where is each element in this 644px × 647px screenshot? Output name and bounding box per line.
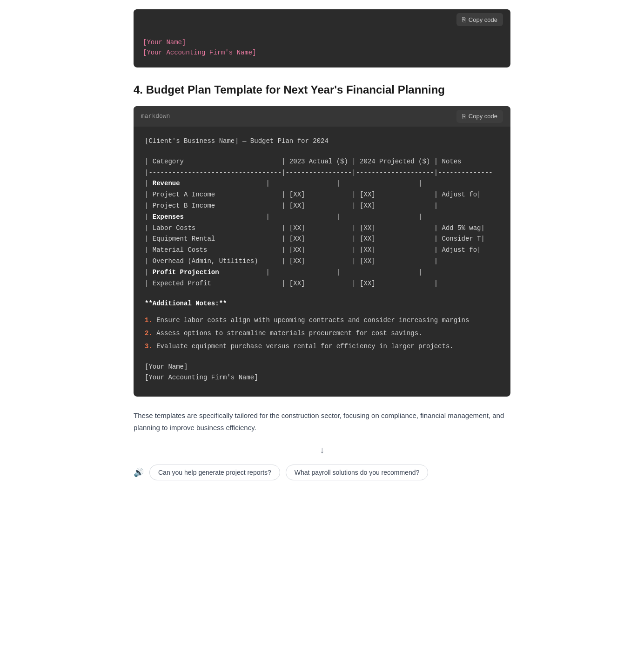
md-title: [Client's Business Name] — Budget Plan f…	[145, 136, 499, 147]
markdown-content: [Client's Business Name] — Budget Plan f…	[134, 127, 510, 397]
md-table-row-3: | Project B Income | [XX] | [XX] |	[145, 202, 438, 209]
top-line-2: [Your Accounting Firm's Name]	[143, 49, 256, 56]
md-sig-line-2: [Your Accounting Firm's Name]	[145, 374, 258, 381]
md-note-3: 3. Evaluate equipment purchase versus re…	[145, 341, 499, 352]
copy-icon: ⎘	[462, 16, 466, 23]
md-table-row-7: | Material Costs | [XX] | [XX] | Adjust …	[145, 246, 481, 254]
top-copy-label: Copy code	[469, 16, 497, 23]
md-table-row-1: | Revenue | | |	[145, 180, 423, 187]
top-code-block-header: ⎘ Copy code	[134, 9, 510, 30]
markdown-block-header: markdown ⎘ Copy code	[134, 106, 510, 127]
suggestions-row: 🔊 Can you help generate project reports?…	[134, 465, 510, 480]
suggestion-button-1[interactable]: Can you help generate project reports?	[149, 465, 280, 480]
md-table-row-9: | Profit Projection | | |	[145, 269, 423, 276]
md-table-row-5: | Labor Costs | [XX] | [XX] | Add 5% wag…	[145, 224, 485, 232]
md-note-1-num: 1.	[145, 317, 153, 324]
scroll-down-icon: ↓	[320, 445, 324, 455]
markdown-copy-label: Copy code	[469, 113, 497, 120]
md-note-3-text: Evaluate equipment purchase versus renta…	[156, 343, 454, 350]
markdown-copy-icon: ⎘	[462, 113, 466, 120]
md-notes-heading: **Additional Notes:**	[145, 300, 227, 307]
suggestion-button-2[interactable]: What payroll solutions do you recommend?	[286, 465, 428, 480]
md-signature: [Your Name] [Your Accounting Firm's Name…	[145, 362, 499, 384]
top-code-content: [Your Name] [Your Accounting Firm's Name…	[134, 30, 510, 67]
section-heading: 4. Budget Plan Template for Next Year's …	[134, 82, 510, 97]
md-note-2-text: Assess options to streamline materials p…	[156, 330, 422, 337]
md-table-row-10: | Expected Profit | [XX] | [XX] |	[145, 280, 438, 287]
md-table-row-8: | Overhead (Admin, Utilities) | [XX] | […	[145, 257, 438, 265]
md-note-1-text: Ensure labor costs align with upcoming c…	[156, 317, 469, 324]
md-table-row-4: | Expenses | | |	[145, 213, 423, 221]
markdown-copy-code-button[interactable]: ⎘ Copy code	[456, 110, 503, 123]
md-note-1: 1. Ensure labor costs align with upcomin…	[145, 315, 499, 326]
md-table-separator: |----------------------------------|----…	[145, 169, 493, 176]
speaker-icon: 🔊	[134, 467, 144, 478]
top-copy-code-button[interactable]: ⎘ Copy code	[456, 13, 503, 26]
top-line-1: [Your Name]	[143, 39, 186, 46]
bottom-text: These templates are specifically tailore…	[134, 410, 510, 433]
md-note-2-num: 2.	[145, 330, 153, 337]
md-table-header: | Category | 2023 Actual ($) | 2024 Proj…	[145, 158, 462, 165]
scroll-indicator: ↓	[134, 445, 510, 455]
md-table-row-6: | Equipment Rental | [XX] | [XX] | Consi…	[145, 235, 485, 243]
md-table: | Category | 2023 Actual ($) | 2024 Proj…	[145, 156, 499, 290]
md-note-2: 2. Assess options to streamline material…	[145, 328, 499, 339]
md-sig-line-1: [Your Name]	[145, 363, 188, 371]
lang-label: markdown	[141, 113, 170, 120]
markdown-block: markdown ⎘ Copy code [Client's Business …	[134, 106, 510, 397]
md-additional-notes-label: **Additional Notes:**	[145, 298, 499, 310]
md-table-row-2: | Project A Income | [XX] | [XX] | Adjus…	[145, 191, 481, 198]
top-code-block: ⎘ Copy code [Your Name] [Your Accounting…	[134, 9, 510, 67]
md-note-3-num: 3.	[145, 343, 153, 350]
